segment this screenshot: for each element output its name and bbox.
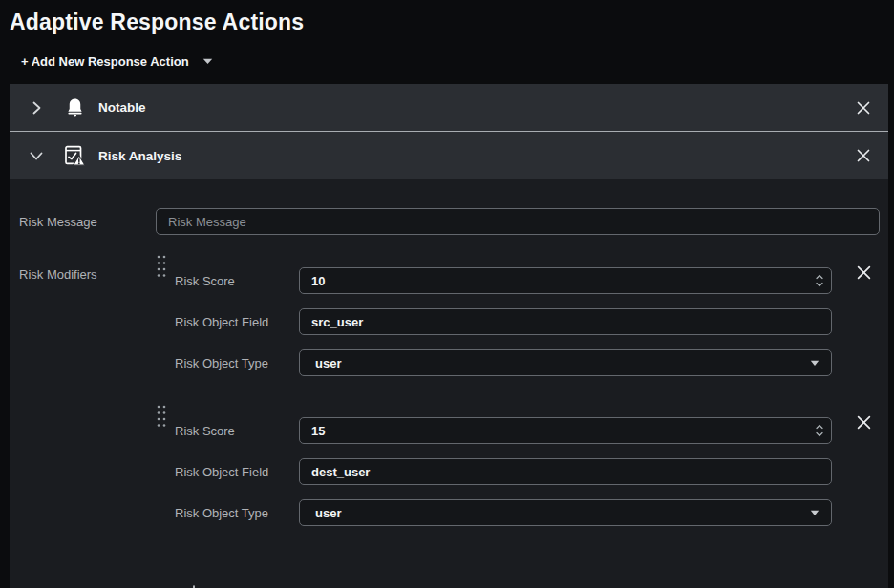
risk-modifiers-label: Risk Modifiers xyxy=(19,254,156,282)
remove-risk-modifier-button[interactable] xyxy=(853,262,874,283)
risk-object-type-select[interactable]: user xyxy=(299,499,832,526)
risk-score-input[interactable] xyxy=(299,417,832,444)
remove-risk-analysis-action-button[interactable] xyxy=(852,144,875,167)
accordion-label-notable: Notable xyxy=(98,100,146,115)
remove-risk-modifier-button[interactable] xyxy=(853,411,874,432)
risk-object-type-label: Risk Object Type xyxy=(175,356,299,370)
risk-score-label: Risk Score xyxy=(175,274,299,288)
risk-object-field-input[interactable] xyxy=(299,308,832,335)
response-actions-accordion: Notable Risk Analysis Risk Message xyxy=(10,84,888,588)
accordion-header-risk-analysis[interactable]: Risk Analysis xyxy=(10,132,888,179)
risk-object-type-label: Risk Object Type xyxy=(175,506,299,520)
chevron-right-icon[interactable] xyxy=(10,101,63,115)
risk-message-input[interactable] xyxy=(156,208,880,235)
risk-message-row: Risk Message xyxy=(19,208,880,235)
chevron-down-icon[interactable] xyxy=(10,152,63,160)
risk-object-field-label: Risk Object Field xyxy=(175,315,299,329)
risk-modifier-item: Risk Score Risk Object Field xyxy=(156,404,880,526)
accordion-label-risk-analysis: Risk Analysis xyxy=(98,149,181,163)
drag-handle-icon[interactable] xyxy=(156,404,169,436)
risk-object-type-value: user xyxy=(315,356,341,370)
risk-object-type-row: Risk Object Type user xyxy=(175,499,832,526)
risk-modifier-item: Risk Score Risk Object Field xyxy=(156,254,880,376)
risk-score-input[interactable] xyxy=(299,267,832,294)
number-stepper[interactable] xyxy=(816,425,823,437)
risk-analysis-icon xyxy=(63,144,86,167)
accordion-header-notable[interactable]: Notable xyxy=(10,84,888,132)
risk-modifiers-row: Risk Modifiers xyxy=(19,254,880,588)
risk-message-label: Risk Message xyxy=(19,215,156,229)
risk-object-type-select[interactable]: user xyxy=(299,349,832,376)
risk-object-type-value: user xyxy=(315,506,341,520)
add-new-response-action-button[interactable]: + Add New Response Action xyxy=(21,54,213,69)
bell-icon xyxy=(63,96,86,119)
risk-score-row: Risk Score xyxy=(175,417,832,444)
risk-object-field-row: Risk Object Field xyxy=(175,458,832,485)
remove-notable-action-button[interactable] xyxy=(852,96,875,119)
select-caret-icon xyxy=(810,360,820,367)
risk-object-type-row: Risk Object Type user xyxy=(175,349,832,376)
number-stepper[interactable] xyxy=(816,275,823,287)
risk-object-field-row: Risk Object Field xyxy=(175,308,832,335)
drag-handle-icon[interactable] xyxy=(156,254,169,286)
risk-modifiers-list: Risk Score Risk Object Field xyxy=(156,254,880,588)
risk-score-label: Risk Score xyxy=(175,424,299,438)
select-caret-icon xyxy=(810,510,820,516)
dropdown-caret-icon xyxy=(202,58,213,65)
risk-object-field-input[interactable] xyxy=(299,458,832,485)
risk-object-field-label: Risk Object Field xyxy=(175,465,299,479)
risk-score-row: Risk Score xyxy=(175,267,832,294)
add-new-response-action-label: + Add New Response Action xyxy=(21,54,189,69)
risk-analysis-panel: Risk Message Risk Modifiers xyxy=(10,179,888,588)
page-title: Adaptive Response Actions xyxy=(10,10,894,35)
